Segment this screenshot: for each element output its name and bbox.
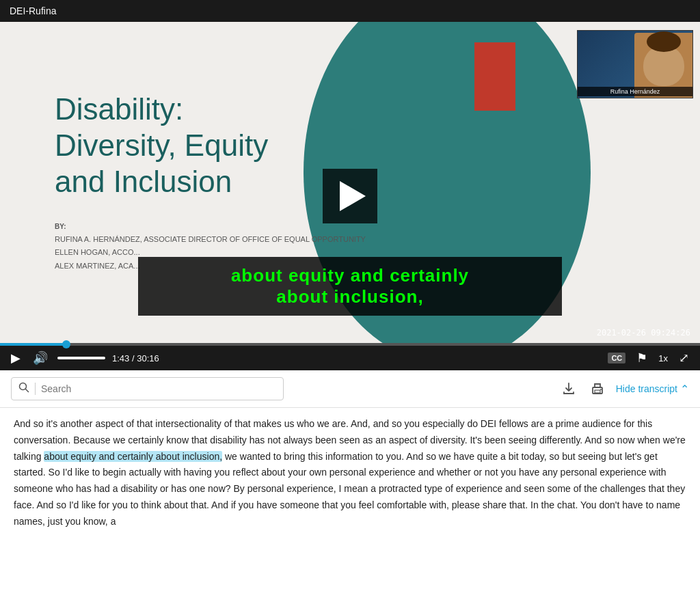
transcript-paragraph: And so it's another aspect of that inter…	[14, 416, 686, 530]
transcript-toolbar: Hide transcript ⌃	[0, 370, 700, 408]
search-divider	[35, 383, 36, 395]
progress-fill	[0, 343, 67, 346]
cc-button[interactable]: CC	[608, 353, 625, 363]
search-icon	[18, 382, 29, 396]
video-player: Disability:Diversity, Equityand Inclusio…	[0, 22, 700, 370]
caption-line2: about inclusion,	[157, 286, 543, 307]
print-button[interactable]	[587, 379, 608, 399]
hide-transcript-button[interactable]: Hide transcript ⌃	[616, 383, 689, 396]
svg-rect-3	[595, 390, 600, 393]
fullscreen-icon: ⤢	[679, 351, 689, 366]
svg-line-1	[26, 389, 29, 392]
transcript-area: And so it's another aspect of that inter…	[0, 408, 700, 544]
progress-track[interactable]	[0, 343, 700, 346]
red-decoration	[474, 42, 515, 111]
video-controls-bar: ▶ 🔊 1:43 / 30:16 CC ⚑ 1x ⤢	[0, 343, 700, 370]
transcript-text-after: we wanted to bring this information to y…	[14, 451, 685, 527]
fullscreen-button[interactable]: ⤢	[676, 349, 692, 367]
download-button[interactable]	[558, 379, 579, 399]
search-wrapper	[11, 377, 284, 400]
volume-slider[interactable]	[57, 357, 105, 359]
bookmark-button[interactable]: ⚑	[634, 349, 650, 367]
volume-icon: 🔊	[33, 351, 48, 366]
speaker-thumbnail: ♿ ℹ 🗣 🚶 Rufina Hernández	[577, 30, 693, 98]
volume-button[interactable]: 🔊	[30, 349, 51, 367]
hide-transcript-label: Hide transcript	[616, 383, 677, 394]
flag-icon: ⚑	[636, 351, 647, 366]
play-pause-icon: ▶	[11, 351, 21, 366]
speed-label[interactable]: 1x	[658, 353, 668, 363]
speaker-avatar	[643, 45, 684, 86]
play-button[interactable]	[323, 169, 377, 223]
search-input[interactable]	[41, 383, 276, 394]
total-time: 30:16	[137, 353, 159, 363]
video-timestamp: 2021-02-26 09:24:26	[597, 328, 690, 338]
time-display: 1:43 / 30:16	[112, 353, 159, 363]
svg-point-4	[600, 389, 602, 390]
caption-overlay: about equity and certainly about inclusi…	[138, 257, 562, 316]
play-triangle-icon	[340, 181, 366, 211]
time-sep: /	[132, 353, 135, 363]
window-title: DEI-Rufina	[10, 5, 56, 16]
speaker-name: Rufina Hernández	[578, 87, 692, 96]
by-label: BY:	[55, 221, 700, 233]
title-bar: DEI-Rufina	[0, 0, 700, 22]
transcript-highlighted-text: about equity and certainly about inclusi…	[44, 451, 222, 462]
controls-right: CC ⚑ 1x ⤢	[608, 349, 692, 367]
play-pause-button[interactable]: ▶	[8, 349, 23, 367]
current-time: 1:43	[112, 353, 129, 363]
controls-row: ▶ 🔊 1:43 / 30:16 CC ⚑ 1x ⤢	[0, 346, 700, 370]
chevron-up-icon: ⌃	[680, 383, 689, 396]
caption-line1: about equity and certainly	[157, 265, 543, 286]
